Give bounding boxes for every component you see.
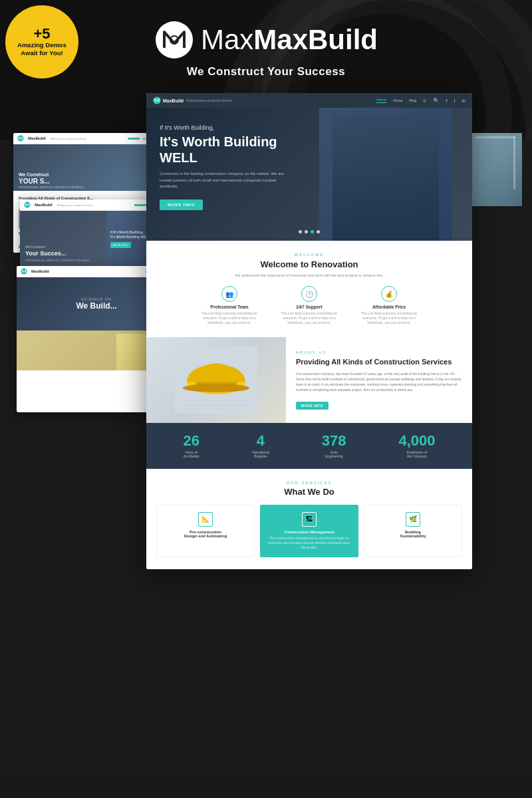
main-hero-section: If It's Worth Building, It's Worth Build… [146,108,472,241]
feature-1-title: Professional Team [196,305,263,309]
svg-point-9 [183,384,249,393]
demo3-logo-icon [21,268,27,275]
main-nav-search-icon[interactable]: 🔍 [433,98,440,104]
service-1-icon: 📐 [198,512,213,527]
main-services-section: OUR SERVICES What We Do 📐 Pre-constructi… [146,469,472,569]
main-demo[interactable]: MaxBuild Multipurpose wordpress theme Ho… [146,93,472,569]
services-label: OUR SERVICES [156,481,462,485]
hero-more-info-btn[interactable]: MORE INFO [160,200,203,210]
demo1-hero-sub: PROVIDING ALL KINDS OF CONSTRUCTION SERV… [19,186,85,189]
demo3-brand: MaxBuild [31,269,49,273]
feature-2-icon: 🕐 [301,286,317,302]
about-desc: Our construction company has been founde… [296,371,462,392]
service-card-1[interactable]: 📐 Pre-constructionDesign and Estimating [156,505,255,557]
demo3-hero-content: SCIENCE OF We Build... [69,291,123,317]
stat-1-number: 26 [183,434,199,448]
feature-2-title: 24/7 Support [276,305,342,309]
main-nav-about[interactable]: About [393,98,402,102]
main-nav-blog[interactable]: Blog [409,98,416,102]
badge-line2: Await for You! [21,49,63,57]
welcome-label: WELCOME [156,253,462,257]
main-nav-q[interactable]: Q [423,98,426,102]
service-2-desc: The construction management is providing… [266,536,352,550]
hero-desc: Constructs is the leading construction c… [160,171,293,190]
demo2-brand: MaxBuild [35,203,53,207]
feature-3: 💰 Affordable Price The Low Boat promises… [356,286,422,325]
demo3-hero-title: We Build... [76,301,116,311]
hardhat-svg [173,346,259,413]
hero-content: If It's Worth Building, It's Worth Build… [146,108,472,227]
feature-1: 👥 Professional Team The Low Boat promise… [196,286,263,325]
main-brand: MaxBuild [163,98,184,103]
brand-logo-icon [154,20,194,60]
feature-3-icon: 💰 [381,286,397,302]
hero-slider-dots [299,227,320,237]
main-logo-icon [153,96,161,104]
preview-wrapper: MaxBuild Multipurpose wordpress theme We… [0,93,532,798]
main-sub: Multipurpose wordpress theme [186,98,231,102]
services-grid: 📐 Pre-constructionDesign and Estimating … [156,505,462,557]
stat-3-number: 378 [322,434,346,448]
demo2-logo-icon [24,201,31,208]
main-demo-nav: MaxBuild Multipurpose wordpress theme Ho… [146,93,472,108]
main-nav-links: Home About Blog Q 🔍 f t in [376,98,466,104]
feature-1-icon: 👥 [221,286,237,302]
dot-1[interactable] [299,230,302,233]
hero-title: It's Worth Building WELL [160,134,313,166]
stat-2: 4 OperationalBrigades [252,434,269,458]
service-2-icon: 🏗 [302,512,317,527]
demo1-brand: MaxBuild [28,136,46,140]
service-1-title: Pre-constructionDesign and Estimating [162,530,249,538]
stat-2-number: 4 [252,434,269,448]
main-nav-social-2: t [454,98,456,103]
svg-point-3 [24,201,30,207]
service-3-title: BuildingSustainability [370,530,456,538]
demo1-logo-icon [17,135,24,142]
promo-badge: +5 Amazing Demos Await for You! [5,5,78,78]
welcome-desc: We understand the importance of innovati… [209,273,409,278]
stat-3: 378 UnitsEngineering [322,434,346,458]
about-title: Providing All Kinds of Construction Serv… [296,357,462,366]
dot-4[interactable] [317,230,320,233]
features-row: 👥 Professional Team The Low Boat promise… [156,286,462,325]
demo1-nav-link-home [128,138,140,140]
dot-3[interactable] [311,230,314,233]
stat-3-label: UnitsEngineering [322,450,346,458]
demo2-hero-eyebrow: We Construct [25,245,101,249]
badge-line1: Amazing Demos [17,41,66,49]
feature-3-desc: The Low Boat promises something for ever… [356,311,422,325]
svg-point-5 [153,96,160,104]
feature-3-title: Affordable Price [356,305,422,309]
dot-2[interactable] [305,230,308,233]
stat-1: 26 Years onthe Market [183,434,199,458]
service-2-title: Construction Management [266,530,352,534]
main-welcome-section: WELCOME Welcome to Renovation We underst… [146,241,472,337]
demo2-hero-title: Your Succes... [25,250,101,257]
main-nav-social-1: f [446,98,448,103]
header-area: MaxMaxBuild We Construct Your Success [0,13,532,78]
feature-1-desc: The Low Boat promises something for ever… [196,311,263,325]
badge-plus: +5 [33,27,50,41]
service-card-2[interactable]: 🏗 Construction Management The constructi… [260,505,358,557]
service-card-3[interactable]: 🌿 BuildingSustainability [364,505,462,557]
stat-2-label: OperationalBrigades [252,450,269,458]
feature-2-desc: The Low Boat promises something for ever… [276,311,342,325]
about-content-col: ABOUT US Providing All Kinds of Construc… [286,337,472,422]
about-split-section: ABOUT US Providing All Kinds of Construc… [146,337,472,422]
main-nav-home[interactable]: Home [376,98,386,103]
bottom-fade [0,745,532,798]
demo2-hero-left: We Construct Your Succes... PROVIDING AL… [20,211,106,267]
about-more-info-btn[interactable]: MORE INFO [296,402,329,410]
welcome-title: Welcome to Renovation [156,259,462,269]
demo2-more-info-btn[interactable]: MORE INFO [110,242,131,248]
logo-row: MaxMaxBuild [154,20,378,60]
stat-4-number: 4,000 [398,434,435,448]
brand-name: MaxMaxBuild [201,24,378,56]
stat-4: 4,000 Employees ofthe Company [398,434,435,458]
about-image-col [146,337,286,422]
main-nav-social-3: in [462,98,466,103]
demo1-sub: Multipurpose wordpress theme [51,137,87,140]
svg-point-4 [21,268,27,274]
service-3-icon: 🌿 [406,512,420,527]
demo2-sub: Multipurpose wordpress theme [57,203,94,207]
